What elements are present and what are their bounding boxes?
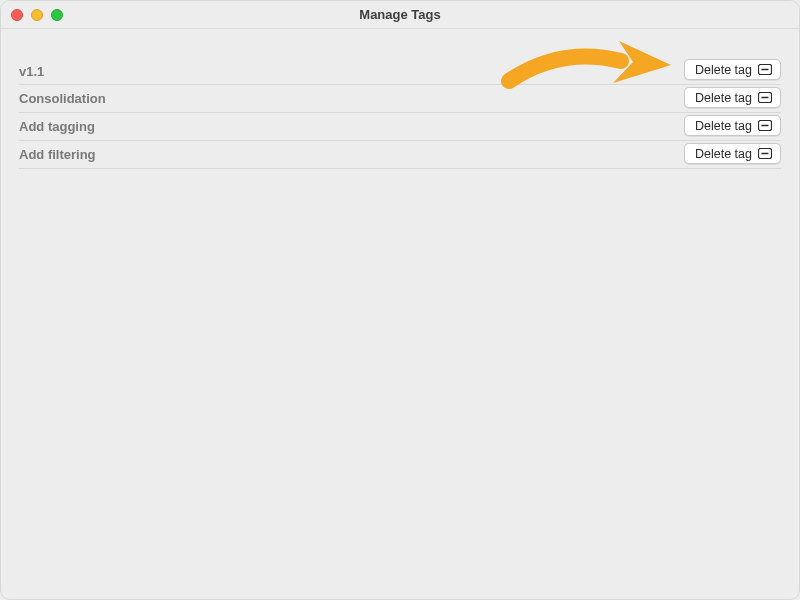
delete-tag-button-label: Delete tag bbox=[695, 63, 752, 77]
tag-name-label: Consolidation bbox=[19, 91, 106, 106]
tag-row: Add filtering Delete tag bbox=[19, 141, 781, 169]
minus-square-icon bbox=[758, 64, 772, 75]
close-window-button[interactable] bbox=[11, 9, 23, 21]
minus-square-icon bbox=[758, 148, 772, 159]
window-controls bbox=[11, 9, 63, 21]
delete-tag-button[interactable]: Delete tag bbox=[684, 115, 781, 136]
tag-row: Add tagging Delete tag bbox=[19, 113, 781, 141]
tag-name-label: Add tagging bbox=[19, 119, 95, 134]
tag-list: v1.1 Delete tag Consolidation Delete tag… bbox=[1, 29, 799, 169]
minimize-window-button[interactable] bbox=[31, 9, 43, 21]
tag-name-label: v1.1 bbox=[19, 62, 44, 79]
window-title: Manage Tags bbox=[359, 7, 440, 22]
tag-row: v1.1 Delete tag bbox=[19, 57, 781, 85]
minus-square-icon bbox=[758, 92, 772, 103]
delete-tag-button[interactable]: Delete tag bbox=[684, 87, 781, 108]
tag-row: Consolidation Delete tag bbox=[19, 85, 781, 113]
delete-tag-button[interactable]: Delete tag bbox=[684, 143, 781, 164]
delete-tag-button-label: Delete tag bbox=[695, 91, 752, 105]
delete-tag-button[interactable]: Delete tag bbox=[684, 59, 781, 80]
delete-tag-button-label: Delete tag bbox=[695, 119, 752, 133]
minus-square-icon bbox=[758, 120, 772, 131]
tag-name-label: Add filtering bbox=[19, 147, 96, 162]
zoom-window-button[interactable] bbox=[51, 9, 63, 21]
delete-tag-button-label: Delete tag bbox=[695, 147, 752, 161]
titlebar: Manage Tags bbox=[1, 1, 799, 29]
